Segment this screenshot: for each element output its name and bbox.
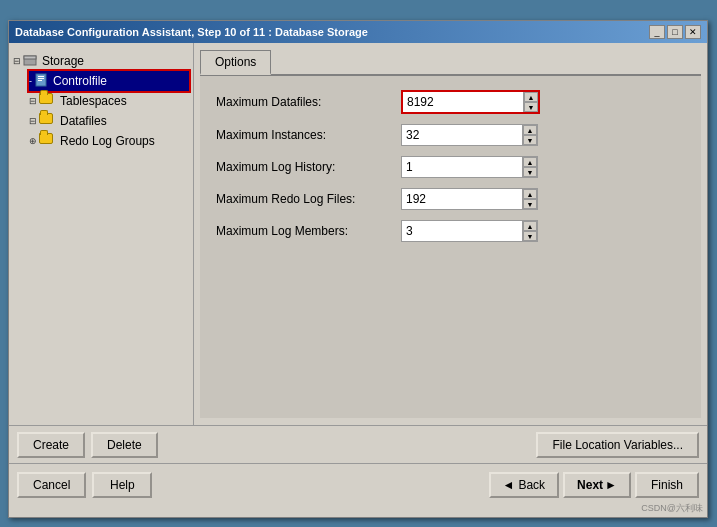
expand-icon-datafiles: ⊟ [29,116,37,126]
spinner-max-datafiles: ▲ ▼ [523,92,538,112]
redo-label: Redo Log Groups [60,134,155,148]
form-row-max-log-history: Maximum Log History: ▲ ▼ [216,156,685,178]
right-panel: Options Maximum Datafiles: ▲ ▼ [194,43,707,425]
spinner-up-max-instances[interactable]: ▲ [523,125,537,135]
svg-rect-4 [38,78,44,79]
label-max-instances: Maximum Instances: [216,128,401,142]
tab-options[interactable]: Options [200,50,271,75]
bottom-bar-1: Create Delete File Location Variables... [9,425,707,463]
tab-header: Options [200,49,701,76]
spinner-max-log-history: ▲ ▼ [522,157,537,177]
redo-icon [39,133,55,149]
back-label: Back [518,478,545,492]
datafiles-icon [39,113,55,129]
input-wrapper-max-redo-log-files: ▲ ▼ [401,188,538,210]
spinner-down-max-redo-log-files[interactable]: ▼ [523,199,537,209]
back-arrow-icon: ◄ [503,478,515,492]
expand-icon-controlfile: - [29,76,32,86]
close-button[interactable]: ✕ [685,25,701,39]
cancel-help-group: Cancel Help [17,472,152,498]
help-button[interactable]: Help [92,472,152,498]
tree-item-datafiles[interactable]: ⊟ Datafiles [29,111,189,131]
create-button[interactable]: Create [17,432,85,458]
tab-panel: Options Maximum Datafiles: ▲ ▼ [200,49,701,419]
expand-icon-redo: ⊕ [29,136,37,146]
next-arrow-icon: ► [605,478,617,492]
window-title: Database Configuration Assistant, Step 1… [15,26,368,38]
label-max-log-members: Maximum Log Members: [216,224,401,238]
next-button[interactable]: Next ► [563,472,631,498]
controlfile-icon [34,73,50,89]
controlfile-label: Controlfile [53,74,107,88]
label-max-log-history: Maximum Log History: [216,160,401,174]
watermark: CSDN@六利味 [641,502,703,515]
nav-group: ◄ Back Next ► Finish [489,472,700,498]
tree-indent-1: - Controlfile ⊟ [29,71,189,151]
form-row-max-log-members: Maximum Log Members: ▲ ▼ [216,220,685,242]
spinner-max-redo-log-files: ▲ ▼ [522,189,537,209]
spinner-down-max-log-history[interactable]: ▼ [523,167,537,177]
label-max-redo-log-files: Maximum Redo Log Files: [216,192,401,206]
form-row-max-datafiles: Maximum Datafiles: ▲ ▼ [216,90,685,114]
input-max-redo-log-files[interactable] [402,189,522,209]
tree-item-redo-log-groups[interactable]: ⊕ Redo Log Groups [29,131,189,151]
input-wrapper-max-log-history: ▲ ▼ [401,156,538,178]
title-bar: Database Configuration Assistant, Step 1… [9,21,707,43]
spinner-max-instances: ▲ ▼ [522,125,537,145]
tree-item-tablespaces[interactable]: ⊟ Tablespaces [29,91,189,111]
svg-rect-3 [38,76,44,77]
spinner-max-log-members: ▲ ▼ [522,221,537,241]
storage-icon [23,53,39,69]
title-bar-buttons: _ □ ✕ [649,25,701,39]
svg-rect-5 [38,80,42,81]
input-wrapper-max-datafiles: ▲ ▼ [401,90,540,114]
spinner-up-max-redo-log-files[interactable]: ▲ [523,189,537,199]
storage-label: Storage [42,54,84,68]
file-location-button[interactable]: File Location Variables... [536,432,699,458]
label-max-datafiles: Maximum Datafiles: [216,95,401,109]
form-row-max-redo-log-files: Maximum Redo Log Files: ▲ ▼ [216,188,685,210]
minimize-button[interactable]: _ [649,25,665,39]
datafiles-label: Datafiles [60,114,107,128]
input-wrapper-max-log-members: ▲ ▼ [401,220,538,242]
input-max-log-members[interactable] [402,221,522,241]
tablespaces-icon [39,93,55,109]
input-max-datafiles[interactable] [403,92,523,112]
tablespaces-label: Tablespaces [60,94,127,108]
next-label: Next [577,478,603,492]
tree-item-controlfile[interactable]: - Controlfile [29,71,189,91]
svg-rect-1 [24,56,36,59]
spinner-down-max-datafiles[interactable]: ▼ [524,102,538,112]
finish-button[interactable]: Finish [635,472,699,498]
input-max-instances[interactable] [402,125,522,145]
expand-icon-storage: ⊟ [13,56,21,66]
input-wrapper-max-instances: ▲ ▼ [401,124,538,146]
spinner-down-max-instances[interactable]: ▼ [523,135,537,145]
maximize-button[interactable]: □ [667,25,683,39]
create-delete-group: Create Delete [17,432,158,458]
cancel-button[interactable]: Cancel [17,472,86,498]
tree-item-storage[interactable]: ⊟ Storage [13,51,189,71]
delete-button[interactable]: Delete [91,432,158,458]
main-window: Database Configuration Assistant, Step 1… [8,20,708,518]
storage-root: ⊟ Storage - [13,51,189,151]
back-button[interactable]: ◄ Back [489,472,560,498]
left-tree-panel: ⊟ Storage - [9,43,194,425]
spinner-up-max-log-history[interactable]: ▲ [523,157,537,167]
input-max-log-history[interactable] [402,157,522,177]
tab-content: Maximum Datafiles: ▲ ▼ Maximum Instances… [200,76,701,418]
spinner-down-max-log-members[interactable]: ▼ [523,231,537,241]
content-area: ⊟ Storage - [9,43,707,425]
form-row-max-instances: Maximum Instances: ▲ ▼ [216,124,685,146]
expand-icon-tablespaces: ⊟ [29,96,37,106]
bottom-bar-2: Cancel Help ◄ Back Next ► Finish [9,463,707,505]
spinner-up-max-log-members[interactable]: ▲ [523,221,537,231]
spinner-up-max-datafiles[interactable]: ▲ [524,92,538,102]
